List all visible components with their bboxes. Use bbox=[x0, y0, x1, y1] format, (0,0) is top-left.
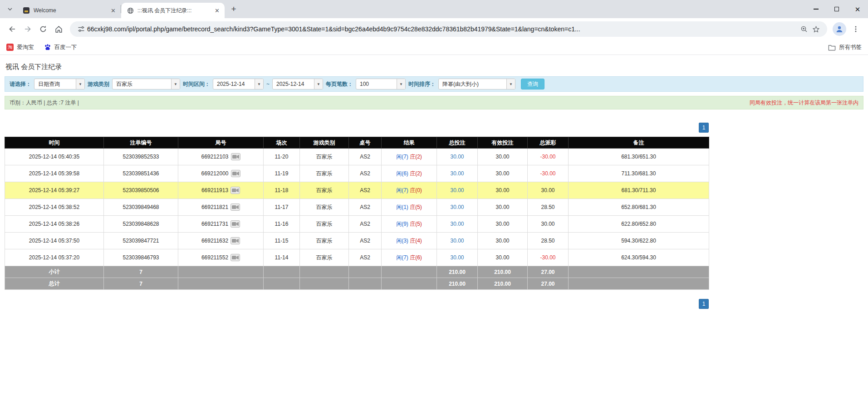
cell-bet-id: 523039846793 bbox=[104, 249, 178, 266]
cell-payout: 30.00 bbox=[528, 182, 569, 199]
maximize-button[interactable] bbox=[826, 0, 847, 18]
result-banker: 庄(5) bbox=[410, 204, 422, 210]
sort-label: 时间排序： bbox=[408, 80, 436, 88]
baidu-paw-icon bbox=[44, 44, 51, 51]
query-type-select[interactable]: 日期查询 ▼ bbox=[34, 79, 85, 89]
minimize-button[interactable] bbox=[805, 0, 826, 18]
total-total-bet: 210.00 bbox=[437, 278, 478, 290]
filter-bar: 请选择： 日期查询 ▼ 游戏类别 百家乐 ▼ 时间区间： 2025-12-14 … bbox=[5, 76, 863, 92]
empty-cell bbox=[349, 278, 382, 290]
tab-close-icon[interactable]: ✕ bbox=[109, 7, 117, 15]
tab-welcome[interactable]: Welcome ✕ bbox=[17, 3, 121, 18]
tab-search-button[interactable] bbox=[4, 3, 16, 15]
cell-game-type: 百家乐 bbox=[300, 233, 349, 249]
tab-bet-record[interactable]: :::视讯 会员下注纪录::: ✕ bbox=[121, 3, 225, 18]
round-number: 669211731 bbox=[201, 221, 228, 227]
url-text[interactable]: 66cxkj98.com/ipl/portal.php/game/betreco… bbox=[87, 25, 798, 33]
video-camera-icon[interactable] bbox=[231, 153, 240, 160]
result-player: 闲(1) bbox=[396, 204, 408, 210]
browser-menu-button[interactable] bbox=[848, 21, 863, 37]
chevron-down-icon[interactable]: ▼ bbox=[171, 79, 180, 89]
cell-time: 2025-12-14 05:39:58 bbox=[5, 165, 104, 182]
column-header-game: 游戏类别 bbox=[300, 137, 349, 149]
browser-toolbar: 66cxkj98.com/ipl/portal.php/game/betreco… bbox=[0, 18, 868, 40]
payout-value: -30.00 bbox=[540, 170, 555, 177]
table-row: 2025-12-14 05:39:27523039850506669211913… bbox=[5, 182, 709, 199]
column-header-session: 场次 bbox=[264, 137, 300, 149]
subtotal-count: 7 bbox=[104, 266, 178, 278]
chevron-down-icon[interactable]: ▼ bbox=[76, 79, 84, 89]
bookmark-aitaobao[interactable]: 淘 爱淘宝 bbox=[6, 44, 34, 51]
page-size-select[interactable]: 100 ▼ bbox=[356, 79, 406, 89]
tab-close-icon[interactable]: ✕ bbox=[213, 7, 221, 15]
search-button[interactable]: 查询 bbox=[521, 79, 544, 89]
page-number-button[interactable]: 1 bbox=[699, 299, 709, 309]
cell-table-number: AS2 bbox=[349, 182, 382, 199]
video-camera-icon[interactable] bbox=[231, 170, 240, 177]
cell-round-id: 669211552 bbox=[178, 249, 264, 266]
total-bet-link[interactable]: 30.00 bbox=[450, 170, 464, 177]
page-number-button[interactable]: 1 bbox=[699, 123, 709, 133]
result-banker: 庄(2) bbox=[410, 170, 422, 177]
cell-round-id: 669211731 bbox=[178, 216, 264, 233]
game-type-select[interactable]: 百家乐 ▼ bbox=[112, 79, 180, 89]
result-player: 闲(7) bbox=[396, 254, 408, 261]
cell-result: 闲(9) 庄(5) bbox=[382, 216, 437, 233]
date-from-select[interactable]: 2025-12-14 ▼ bbox=[213, 79, 264, 89]
subtotal-total-bet: 210.00 bbox=[437, 266, 478, 278]
total-bet-link[interactable]: 30.00 bbox=[450, 254, 464, 261]
total-bet-link[interactable]: 30.00 bbox=[450, 238, 464, 244]
cell-game-type: 百家乐 bbox=[300, 149, 349, 165]
column-header-note: 备注 bbox=[569, 137, 709, 149]
date-to-select[interactable]: 2025-12-14 ▼ bbox=[272, 79, 323, 89]
video-camera-icon[interactable] bbox=[230, 254, 240, 261]
total-valid-bet: 210.00 bbox=[478, 278, 528, 290]
cell-round-id: 669212103 bbox=[178, 149, 264, 165]
folder-icon bbox=[828, 44, 836, 51]
bookmark-star-icon[interactable] bbox=[810, 23, 822, 35]
home-button[interactable] bbox=[51, 21, 66, 37]
window-controls: ✕ bbox=[805, 0, 868, 18]
bet-record-table: 时间 注单编号 局号 场次 游戏类别 桌号 结果 总投注 有效投注 总派彩 备注… bbox=[5, 137, 709, 290]
video-camera-icon[interactable] bbox=[230, 220, 240, 228]
address-bar[interactable]: 66cxkj98.com/ipl/portal.php/game/betreco… bbox=[70, 21, 827, 37]
reload-button[interactable] bbox=[35, 21, 51, 37]
sort-select[interactable]: 降幂(由大到小) ▼ bbox=[438, 79, 515, 89]
total-bet-link[interactable]: 30.00 bbox=[450, 187, 464, 194]
back-button[interactable] bbox=[5, 21, 20, 37]
video-camera-icon[interactable] bbox=[230, 237, 240, 244]
empty-cell bbox=[569, 266, 709, 278]
cell-table-number: AS2 bbox=[349, 249, 382, 266]
cell-note: 622.80/652.80 bbox=[569, 216, 709, 233]
cell-payout: 28.50 bbox=[528, 199, 569, 216]
zoom-icon[interactable] bbox=[798, 23, 810, 35]
bookmark-baidu[interactable]: 百度一下 bbox=[44, 44, 77, 51]
total-bet-link[interactable]: 30.00 bbox=[450, 221, 464, 227]
cell-total-bet: 30.00 bbox=[437, 233, 478, 249]
close-button[interactable]: ✕ bbox=[847, 0, 868, 18]
cell-payout: -30.00 bbox=[528, 149, 569, 165]
total-bet-link[interactable]: 30.00 bbox=[450, 154, 464, 160]
chevron-down-icon[interactable]: ▼ bbox=[255, 79, 263, 89]
cell-note: 594.30/622.80 bbox=[569, 233, 709, 249]
reload-icon bbox=[39, 25, 47, 33]
column-header-valid-bet: 有效投注 bbox=[478, 137, 528, 149]
video-camera-icon[interactable] bbox=[230, 203, 240, 211]
all-bookmarks-button[interactable]: 所有书签 bbox=[828, 44, 862, 51]
video-camera-icon[interactable] bbox=[230, 187, 240, 194]
note-text: 同局有效投注，统一计算在该局第一张注单内 bbox=[750, 99, 858, 107]
site-info-icon[interactable] bbox=[75, 23, 87, 35]
new-tab-button[interactable]: + bbox=[227, 3, 240, 15]
chevron-down-icon[interactable]: ▼ bbox=[397, 79, 405, 89]
back-arrow-icon bbox=[8, 25, 16, 33]
total-bet-link[interactable]: 30.00 bbox=[450, 204, 464, 210]
table-row: 2025-12-14 05:37:20523039846793669211552… bbox=[5, 249, 709, 266]
cell-bet-id: 523039852533 bbox=[104, 149, 178, 165]
cell-result: 闲(1) 庄(5) bbox=[382, 199, 437, 216]
payout-value: 28.50 bbox=[541, 238, 554, 244]
chevron-down-icon[interactable]: ▼ bbox=[314, 79, 323, 89]
profile-button[interactable] bbox=[833, 22, 846, 36]
page-size-label: 每页笔数： bbox=[326, 80, 353, 88]
chevron-down-icon[interactable]: ▼ bbox=[506, 79, 515, 89]
forward-button[interactable] bbox=[20, 21, 35, 37]
